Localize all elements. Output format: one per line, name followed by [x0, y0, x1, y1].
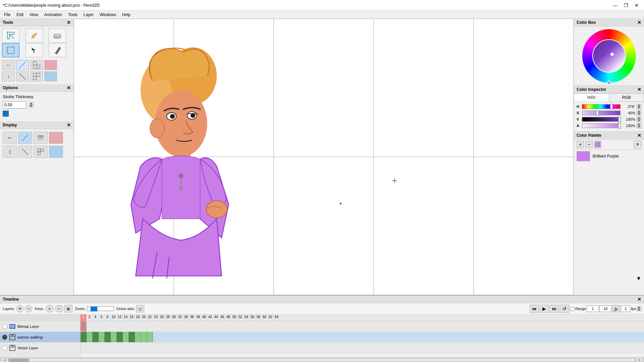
- color-wheel-container[interactable]: [574, 26, 644, 85]
- range-end-input[interactable]: [599, 305, 611, 312]
- val-thumb[interactable]: [618, 117, 621, 122]
- box-select-tool[interactable]: [2, 43, 19, 57]
- step-forward-btn[interactable]: ⏭: [550, 305, 559, 313]
- canvas-container[interactable]: [74, 19, 574, 295]
- rewind-btn[interactable]: ⏮: [530, 305, 539, 313]
- frame-fill-6[interactable]: [111, 332, 117, 342]
- lightblue-color-swatch[interactable]: [44, 71, 57, 81]
- menu-windows[interactable]: Windows: [97, 12, 119, 18]
- menu-animation[interactable]: Animation: [42, 12, 65, 18]
- range-checkbox[interactable]: [570, 307, 574, 311]
- menu-help[interactable]: Help: [119, 12, 133, 18]
- sat-slider[interactable]: [582, 111, 621, 115]
- alpha-slider[interactable]: [582, 123, 621, 128]
- palette-menu-btn[interactable]: ≡: [634, 141, 641, 148]
- stroke-color-swatch[interactable]: [3, 111, 9, 117]
- color-palette-close[interactable]: ✕: [637, 133, 641, 138]
- color-wheel[interactable]: [582, 29, 636, 83]
- alpha-thumb[interactable]: [618, 123, 621, 128]
- color-picker-dot[interactable]: [610, 53, 614, 56]
- display-updown-icon[interactable]: ↕: [3, 146, 17, 158]
- frame-key-9[interactable]: [129, 332, 135, 342]
- remove-key-btn[interactable]: −: [55, 305, 63, 312]
- sat-thumb[interactable]: [596, 110, 599, 116]
- menu-layer[interactable]: Layer: [81, 12, 96, 18]
- frame-key-1[interactable]: [80, 332, 87, 342]
- range-start-input[interactable]: [587, 305, 599, 312]
- hue-slider[interactable]: [582, 104, 621, 109]
- color-wheel-inner[interactable]: [592, 39, 626, 73]
- color-wheel-bottom-dot[interactable]: [607, 81, 611, 85]
- tool-extra-2[interactable]: [16, 60, 29, 70]
- eraser-tool[interactable]: [49, 28, 66, 43]
- pencil-tool[interactable]: [25, 28, 43, 43]
- color-inspector-close[interactable]: ✕: [637, 87, 641, 92]
- display-layers-icon[interactable]: [34, 132, 48, 144]
- options-panel-close[interactable]: ✕: [67, 85, 71, 90]
- display-grid-icon[interactable]: [34, 146, 48, 158]
- frame-key-3[interactable]: [93, 332, 99, 342]
- close-button[interactable]: ✕: [632, 2, 641, 9]
- tab-rgb[interactable]: RGB: [609, 94, 644, 102]
- display-pink-icon[interactable]: [49, 132, 63, 144]
- fps-spin-down[interactable]: ▼: [637, 309, 641, 311]
- scroll-left-btn[interactable]: ‹: [1, 357, 9, 362]
- tab-hsv[interactable]: HSV: [574, 94, 609, 102]
- duplicate-key-btn[interactable]: ⊕: [64, 305, 72, 312]
- frame-fill-11[interactable]: [141, 332, 147, 342]
- display-panel-close[interactable]: ✕: [67, 122, 71, 128]
- layer-row-women[interactable]: women walking: [0, 332, 80, 343]
- arrow-tool[interactable]: [25, 43, 43, 57]
- loop-btn[interactable]: ↺: [560, 305, 569, 313]
- play-btn[interactable]: ▶: [540, 305, 549, 313]
- volume-btn[interactable]: 🔊: [612, 305, 620, 312]
- scrollbar-thumb[interactable]: [9, 359, 29, 362]
- sat-spin-down[interactable]: ▼: [637, 113, 641, 116]
- stroke-thickness-input[interactable]: [3, 101, 26, 109]
- frame-fill-4[interactable]: [99, 332, 105, 342]
- brilliant-purple-swatch[interactable]: [577, 151, 590, 161]
- timeline-close[interactable]: ✕: [637, 297, 641, 302]
- layer-vis-vector[interactable]: [2, 345, 7, 351]
- color-box-close[interactable]: ✕: [637, 20, 641, 25]
- add-key-btn[interactable]: +: [46, 305, 54, 312]
- display-diagonal-icon[interactable]: [18, 132, 32, 144]
- tool-extra-1[interactable]: ↔: [2, 60, 15, 70]
- track-bitmap-frame1[interactable]: [80, 321, 87, 331]
- timeline-scrollbar[interactable]: ‹ ›: [0, 357, 644, 362]
- canvas-drawing[interactable]: [74, 19, 574, 295]
- palette-swatch-btn[interactable]: [594, 141, 601, 148]
- palette-add-btn[interactable]: +: [577, 141, 584, 148]
- palette-remove-btn[interactable]: −: [585, 141, 593, 148]
- display-slash-icon[interactable]: [18, 146, 32, 158]
- zoom-track[interactable]: [87, 306, 114, 311]
- display-arrows-icon[interactable]: ↔: [3, 132, 17, 144]
- tool-extra-4[interactable]: ↕: [2, 71, 15, 81]
- frame-fill-2[interactable]: [87, 332, 93, 342]
- hue-thumb[interactable]: [610, 104, 613, 109]
- layer-vis-bitmap[interactable]: [2, 324, 7, 329]
- remove-layer-btn[interactable]: −: [25, 305, 32, 312]
- women-frames-rest[interactable]: [153, 332, 483, 342]
- scrollbar-track[interactable]: [9, 358, 635, 362]
- tools-panel-close[interactable]: ✕: [67, 20, 71, 25]
- layer-row-vector[interactable]: Vector Layer: [0, 343, 80, 353]
- layer-row-bitmap[interactable]: Bitmap Layer: [0, 321, 80, 332]
- zoom-thumb[interactable]: [91, 307, 97, 311]
- stroke-spin-down[interactable]: ▼: [29, 105, 34, 108]
- frame-fill-8[interactable]: [123, 332, 129, 342]
- palette-item-brilliant-purple[interactable]: Brilliant Purple: [574, 150, 644, 163]
- scroll-right-btn[interactable]: ›: [635, 357, 643, 362]
- frame-key-5[interactable]: [105, 332, 111, 342]
- tool-extra-3[interactable]: [30, 60, 43, 70]
- add-layer-btn[interactable]: +: [16, 305, 23, 312]
- fps-input[interactable]: [621, 305, 630, 312]
- frame-key-7[interactable]: [117, 332, 123, 342]
- menu-tools[interactable]: Tools: [65, 12, 80, 18]
- hue-spin-down[interactable]: ▼: [637, 107, 641, 109]
- track-vector-rest[interactable]: [80, 343, 644, 353]
- maximize-button[interactable]: ❐: [621, 2, 631, 9]
- pink-color-swatch[interactable]: [44, 60, 57, 70]
- onion-skin-btn[interactable]: ◇: [136, 305, 144, 312]
- pen-tool[interactable]: [49, 43, 66, 57]
